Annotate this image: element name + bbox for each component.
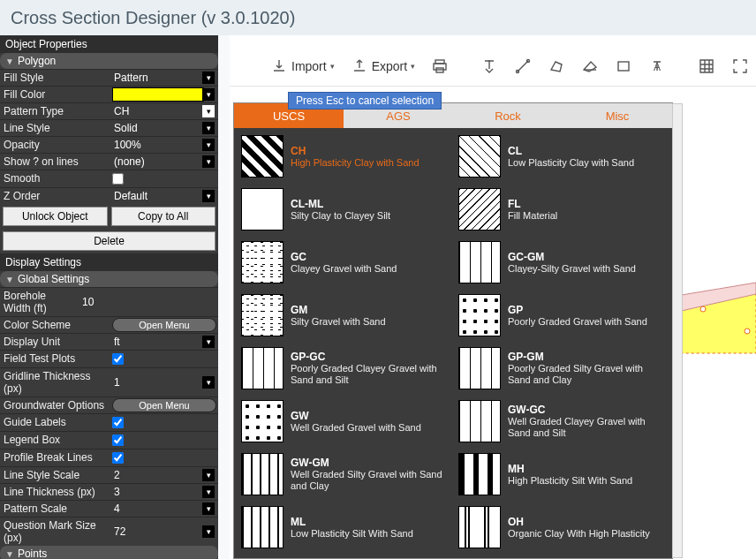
caret-down-icon: ▾ <box>202 155 215 168</box>
pattern-code: GC <box>291 251 397 263</box>
polygon-tool[interactable] <box>542 54 571 79</box>
fit-button[interactable] <box>726 54 754 79</box>
pattern-code: GW-GM <box>291 457 448 469</box>
line-style-value: Solid <box>114 122 138 134</box>
pattern-item-gw-gm[interactable]: GW-GMWell Graded Silty Gravel with Sand … <box>238 449 451 499</box>
pattern-swatch <box>241 188 284 230</box>
pattern-item-fl[interactable]: FLFill Material <box>455 185 669 234</box>
pattern-swatch <box>458 135 501 178</box>
fill-color-swatch[interactable] <box>112 87 204 102</box>
print-button[interactable] <box>426 54 454 79</box>
legend-box-label: Legend Box <box>0 432 110 449</box>
display-unit-select[interactable]: ft▾ <box>110 334 218 350</box>
fill-color-label: Fill Color <box>0 87 110 102</box>
pattern-item-oh[interactable]: OHOrganic Clay With High Plasticity <box>455 502 669 552</box>
import-icon <box>270 57 288 75</box>
pattern-code: GP-GC <box>291 351 448 363</box>
question-mark-size-select[interactable]: 72▾ <box>110 524 218 540</box>
groundwater-options-open-menu-button[interactable]: Open Menu <box>112 398 216 412</box>
tab-rock[interactable]: Rock <box>453 103 563 128</box>
line-style-scale-select[interactable]: 2▾ <box>110 467 218 483</box>
grid-toggle[interactable] <box>692 54 721 79</box>
export-button[interactable]: Export▾ <box>345 54 420 79</box>
guide-labels-checkbox[interactable] <box>112 417 124 428</box>
pattern-desc: High Plasticity Clay with Sand <box>291 157 420 169</box>
field-test-plots-checkbox[interactable] <box>112 353 124 365</box>
line-thickness-value: 3 <box>114 486 120 498</box>
pattern-swatch <box>458 188 501 230</box>
export-label: Export <box>372 59 407 73</box>
caret-down-icon: ▾ <box>202 88 215 101</box>
opacity-select[interactable]: 100%▾ <box>110 137 218 153</box>
global-settings-section-header[interactable]: ▼ Global Settings <box>0 271 218 287</box>
import-button[interactable]: Import▾ <box>265 54 340 79</box>
pattern-type-select[interactable]: CH▾ <box>110 103 218 119</box>
pattern-item-gm[interactable]: GMSilty Gravel with Sand <box>238 291 451 340</box>
borehole-tool[interactable] <box>475 54 503 79</box>
pattern-swatch <box>241 347 284 389</box>
export-icon <box>351 57 368 75</box>
text-tool[interactable]: A <box>643 54 671 79</box>
pattern-swatch <box>458 347 501 389</box>
pattern-item-gw-gc[interactable]: GW-GCWell Graded Clayey Gravel with Sand… <box>455 397 669 446</box>
rect-tool[interactable] <box>609 54 638 79</box>
profile-break-lines-checkbox[interactable] <box>112 452 124 464</box>
svg-text:A: A <box>654 61 661 73</box>
points-section-header[interactable]: ▼ Points <box>0 546 218 559</box>
grid-icon <box>698 57 715 75</box>
line-style-scale-value: 2 <box>114 469 120 481</box>
z-order-value: Default <box>114 190 147 202</box>
pattern-item-cl-ml[interactable]: CL-MLSilty Clay to Clayey Silt <box>238 185 451 234</box>
guide-labels-label: Guide Labels <box>0 414 110 431</box>
borehole-width-input[interactable] <box>79 295 218 309</box>
pattern-item-gp-gm[interactable]: GP-GMPoorly Graded Silty Gravel with San… <box>455 344 669 393</box>
pattern-desc: Poorly Graded Gravel with Sand <box>508 316 647 328</box>
line-style-select[interactable]: Solid▾ <box>110 120 218 136</box>
show-q-select[interactable]: (none)▾ <box>110 154 218 170</box>
line-tool[interactable] <box>509 54 537 79</box>
copy-to-all-button[interactable]: Copy to All <box>111 207 216 226</box>
pattern-scale-select[interactable]: 4▾ <box>110 501 218 517</box>
unlock-object-button[interactable]: Unlock Object <box>3 207 108 226</box>
pattern-swatch <box>458 241 501 283</box>
pattern-item-gw[interactable]: GWWell Graded Gravel with Sand <box>238 397 451 446</box>
pattern-item-gc-gm[interactable]: GC-GMClayey-Silty Gravel with Sand <box>455 238 669 287</box>
pattern-item-cl[interactable]: CLLow Plasticity Clay with Sand <box>455 132 669 181</box>
pattern-item-mh[interactable]: MHHigh Plasticity Silt With Sand <box>455 449 669 499</box>
canvas-area: Import▾ Export▾ A Press Esc to cancel se… <box>230 35 756 559</box>
pattern-swatch <box>241 135 284 178</box>
pattern-code: ML <box>291 516 413 528</box>
print-icon <box>431 57 449 75</box>
tab-misc[interactable]: Misc <box>563 103 672 128</box>
pattern-item-ml[interactable]: MLLow Plasticity Silt With Sand <box>238 502 451 552</box>
pattern-swatch <box>241 453 284 495</box>
legend-box-checkbox[interactable] <box>112 434 124 446</box>
pattern-desc: Fill Material <box>508 210 557 222</box>
pattern-item-gp[interactable]: GPPoorly Graded Gravel with Sand <box>455 291 669 340</box>
pattern-code: GW-GC <box>508 404 665 416</box>
points-section-label: Points <box>18 548 47 559</box>
polygon-section-header[interactable]: ▼ Polygon <box>0 53 218 69</box>
pattern-item-gc[interactable]: GCClayey Gravel with Sand <box>238 238 451 287</box>
pattern-item-gp-gc[interactable]: GP-GCPoorly Graded Clayey Gravel with Sa… <box>238 344 451 393</box>
pattern-code: GM <box>291 304 386 316</box>
smooth-checkbox[interactable] <box>112 173 124 185</box>
properties-panel: ‹ Object Properties ▼ Polygon Fill Style… <box>0 35 218 559</box>
line-thickness-select[interactable]: 3▾ <box>110 484 218 500</box>
pattern-item-ch[interactable]: CHHigh Plasticity Clay with Sand <box>238 132 451 181</box>
show-q-label: Show ? on lines <box>0 154 110 170</box>
pattern-desc: Well Graded Silty Gravel with Sand and C… <box>291 469 448 492</box>
fill-style-select[interactable]: Pattern▾ <box>110 70 218 86</box>
object-properties-header: Object Properties <box>0 35 218 53</box>
color-scheme-open-menu-button[interactable]: Open Menu <box>112 318 216 332</box>
profile-break-lines-label: Profile Break Lines <box>0 449 110 466</box>
caret-down-icon: ▾ <box>202 72 215 84</box>
gridline-thickness-select[interactable]: 1▾ <box>110 374 218 390</box>
fill-tool[interactable] <box>576 54 604 79</box>
z-order-select[interactable]: Default▾ <box>110 188 218 204</box>
caret-down-icon: ▾ <box>202 486 215 498</box>
pattern-desc: Silty Gravel with Sand <box>291 316 386 328</box>
scrollbar[interactable] <box>672 103 683 558</box>
delete-button[interactable]: Delete <box>3 231 215 251</box>
color-scheme-label: Color Scheme <box>0 317 110 333</box>
